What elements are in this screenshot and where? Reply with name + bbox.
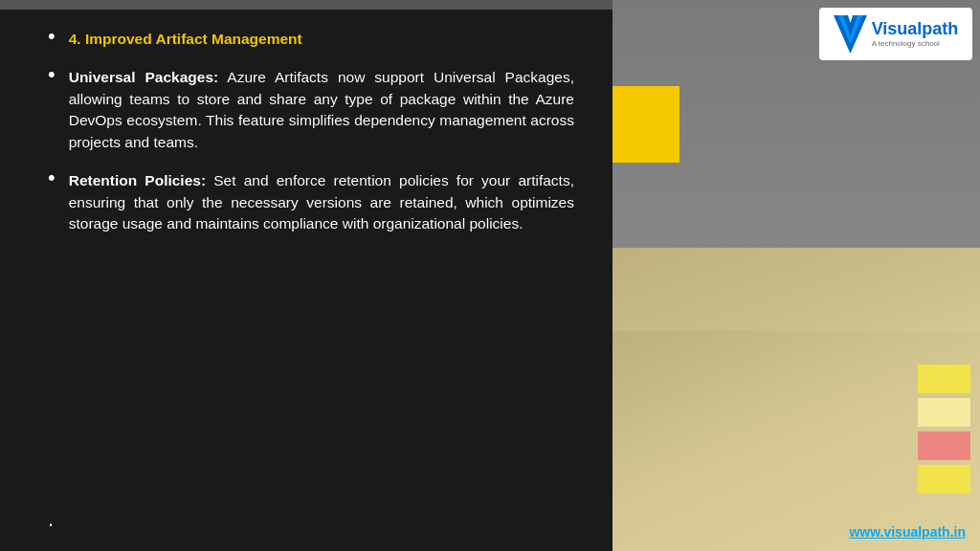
logo-main: Visualpath [872,20,959,39]
yellow-square-accent [612,86,679,163]
list-item: • Universal Packages: Azure Artifacts no… [48,67,574,153]
bullet-dot: • [48,64,56,85]
list-item: • 4. Improved Artifact Management [48,29,574,50]
svg-marker-0 [834,15,867,54]
retention-bold: Retention Policies: [69,172,206,188]
bullet-dot: • [48,167,56,188]
logo-v-icon [834,15,867,54]
content-area: • 4. Improved Artifact Management • Univ… [0,0,612,551]
retention-policies-text: Retention Policies: Set and enforce rete… [69,170,574,234]
sticky-note [918,465,970,494]
bullet-dot: • [48,26,56,47]
bottom-dot: . [48,507,574,532]
universal-packages-text: Universal Packages: Azure Artifacts now … [69,67,574,153]
universal-bold: Universal Packages: [69,69,218,85]
sticky-note [918,364,970,393]
logo-sub: A technology school [872,39,959,49]
sticky-note [918,431,970,460]
bullet-list: • 4. Improved Artifact Management • Univ… [48,29,574,502]
logo-area: Visualpath A technology school [819,8,972,60]
top-bar [0,0,612,10]
heading-text: 4. Improved Artifact Management [69,29,574,50]
heading-label: 4. Improved Artifact Management [69,31,302,47]
slide-container: • 4. Improved Artifact Management • Univ… [0,0,980,551]
sticky-notes-group [918,364,970,494]
list-item: • Retention Policies: Set and enforce re… [48,170,574,234]
sticky-note [918,398,970,427]
website-link[interactable]: www.visualpath.in [849,524,966,540]
image-background [612,0,980,551]
logo-text: Visualpath A technology school [872,20,959,48]
image-area: Visualpath A technology school www.visua… [612,0,980,551]
